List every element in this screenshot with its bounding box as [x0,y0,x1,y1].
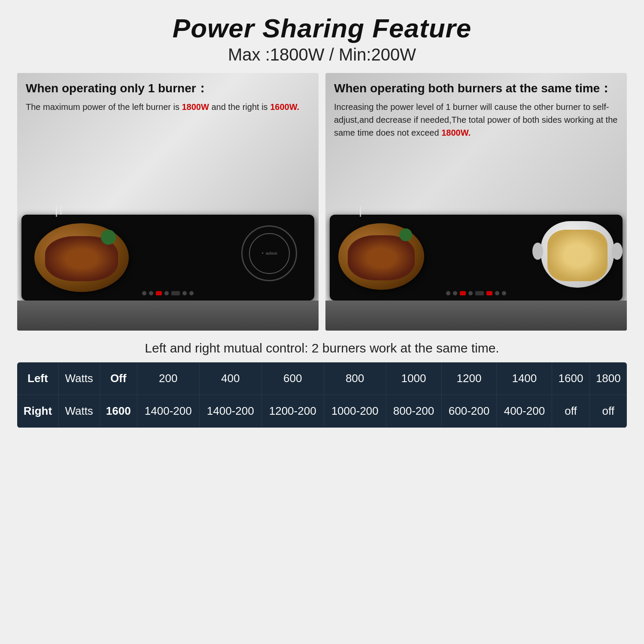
right-600-200: 600-200 [441,395,497,428]
page-container: Power Sharing Feature Max :1800W / Min:2… [0,0,644,644]
right-burner-outer: ⚬ aobosi [241,225,297,281]
right-watts: Watts [58,395,100,428]
right-cooktop [330,215,623,301]
right-power: 1800W. [441,128,471,137]
ctrl-dot [189,291,194,295]
left-1000: 1000 [386,362,441,395]
white-pot [541,221,614,288]
brand-logo: ⚬ aobosi [261,251,277,255]
right-1400-200b: 1400-200 [199,395,261,428]
display-red [460,291,466,295]
images-row: When operating only 1 burner： The maximu… [17,73,627,331]
main-title: Power Sharing Feature [173,13,471,43]
pot-food [547,230,608,281]
right-label: Right [17,395,58,428]
right-off2: off [589,395,627,428]
right-panel-body: Increasing the power level of 1 burner w… [334,100,618,139]
right-steak [348,235,415,280]
left-panel-heading: When operating only 1 burner： [26,81,310,96]
ctrl-dot [164,291,169,295]
ctrl-dot [142,291,146,295]
right-countertop [325,301,627,331]
right-panel-text: When operating both burners at the same … [334,81,618,139]
right-1600: 1600 [100,395,137,428]
right-off1: off [552,395,589,428]
right-1400-200a: 1400-200 [137,395,199,428]
right-body-text: Increasing the power level of 1 burner w… [334,102,617,137]
right-1200-200: 1200-200 [261,395,324,428]
right-1000-200: 1000-200 [324,395,386,428]
ctrl-dot [453,291,457,295]
right-400-200: 400-200 [497,395,552,428]
power-table: Left Watts Off 200 400 600 800 1000 1200… [17,362,627,428]
subtitle: Max :1800W / Min:200W [173,45,471,64]
right-left-pan [338,223,424,290]
right-image-panel: When operating both burners at the same … [325,73,627,331]
left-pan [34,223,129,292]
right-800-200: 800-200 [386,395,441,428]
ctrl-dot [495,291,499,295]
ctrl-dot [468,291,473,295]
display-red2 [486,291,492,295]
left-1400: 1400 [497,362,552,395]
left-body-prefix: The maximum power of the left burner is [26,102,182,112]
left-1800: 1800 [589,362,627,395]
right-steam1 [360,204,361,217]
ctrl-dot [502,291,506,295]
left-off: Off [100,362,137,395]
ctrl-dot [182,291,187,295]
left-power2: 1600W. [270,102,299,112]
left-600: 600 [261,362,324,395]
ctrl-dot [446,291,450,295]
right-broccoli [399,228,412,241]
right-panel-heading: When operating both burners at the same … [334,81,618,96]
steam1 [56,204,57,217]
title-section: Power Sharing Feature Max :1800W / Min:2… [173,13,471,64]
right-control-buttons [330,291,623,295]
left-image-panel: When operating only 1 burner： The maximu… [17,73,319,331]
left-cooktop: ⚬ aobosi [21,215,314,301]
table-row-left: Left Watts Off 200 400 600 800 1000 1200… [17,362,627,395]
left-200: 200 [137,362,199,395]
table-row-right: Right Watts 1600 1400-200 1400-200 1200-… [17,395,627,428]
left-800: 800 [324,362,386,395]
left-watts: Watts [58,362,100,395]
left-1200: 1200 [441,362,497,395]
ctrl-dot [149,291,153,295]
pot-handle-left [532,243,543,260]
broccoli-visual [101,230,116,245]
mutual-control-text: Left and right mutual control: 2 burners… [145,341,499,355]
left-countertop [17,301,319,331]
left-400: 400 [199,362,261,395]
left-1600: 1600 [552,362,589,395]
left-panel-text: When operating only 1 burner： The maximu… [26,81,310,113]
pot-handle-right [612,243,623,260]
ctrl-bar [475,291,484,295]
right-burner-inner: ⚬ aobosi [249,233,290,274]
left-label: Left [17,362,58,395]
ctrl-bar [171,291,180,295]
steam2 [60,204,61,215]
left-panel-body: The maximum power of the left burner is … [26,100,310,113]
left-power1: 1800W [182,102,209,112]
display-red [156,291,162,295]
left-body-middle: and the right is [209,102,270,112]
control-buttons [21,291,314,295]
